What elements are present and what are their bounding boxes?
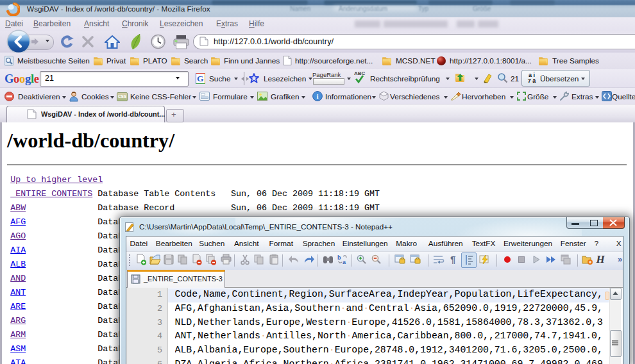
svg-text:a: a bbox=[343, 259, 346, 265]
svg-text:b: b bbox=[337, 254, 341, 261]
svg-text:i: i bbox=[316, 92, 318, 100]
